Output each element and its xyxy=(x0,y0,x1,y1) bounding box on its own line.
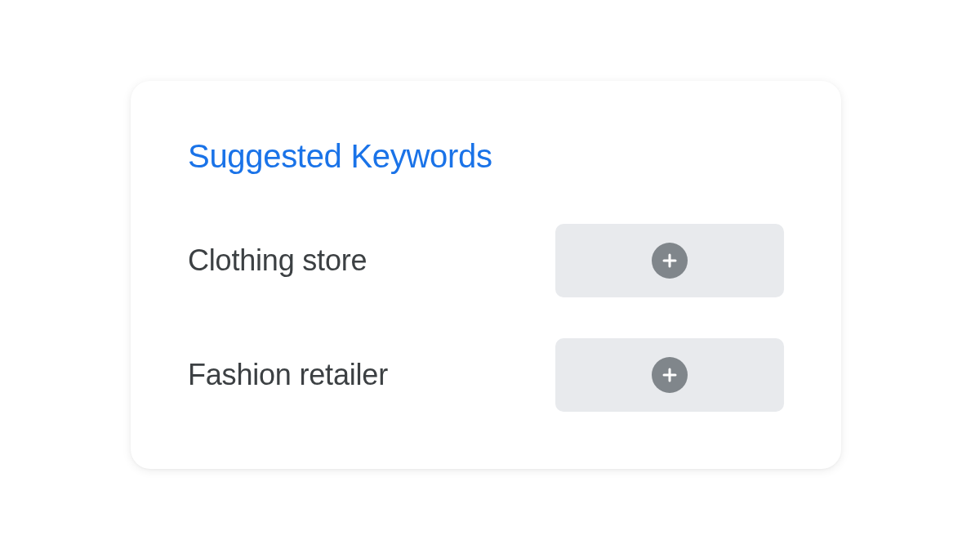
plus-icon xyxy=(652,243,688,279)
suggested-keywords-card: Suggested Keywords Clothing store Fashio… xyxy=(131,81,841,469)
add-keyword-button[interactable] xyxy=(555,224,784,297)
card-title: Suggested Keywords xyxy=(188,138,784,175)
keyword-label: Clothing store xyxy=(188,243,367,278)
keyword-label: Fashion retailer xyxy=(188,358,388,392)
add-keyword-button[interactable] xyxy=(555,338,784,412)
keyword-row: Fashion retailer xyxy=(188,338,784,412)
plus-icon xyxy=(652,357,688,393)
keyword-row: Clothing store xyxy=(188,224,784,297)
